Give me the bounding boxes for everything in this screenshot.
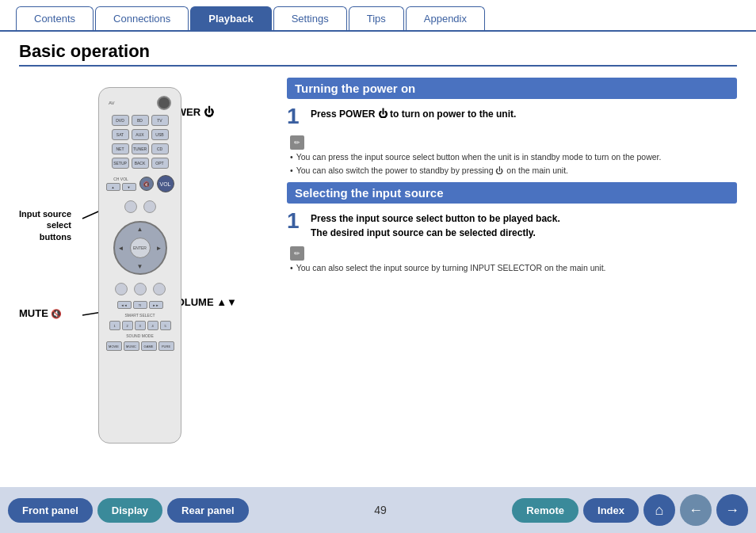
back-skip-btn2[interactable] <box>134 283 147 295</box>
sound-pure[interactable]: PURE <box>158 341 174 351</box>
mute-button[interactable]: 🔇 <box>139 177 154 191</box>
page-number: 49 <box>254 504 508 516</box>
dpad[interactable]: ▲ ▼ ◄ ► ENTER <box>113 221 167 275</box>
setup-btn[interactable]: SETUP <box>112 158 129 169</box>
instructions-area: Turning the power on 1 Press POWER ⏻ to … <box>287 78 737 444</box>
note-block-input: ✏ You can also select the input source b… <box>290 243 737 274</box>
tab-connections[interactable]: Connections <box>95 6 189 30</box>
remote-top-area: AV <box>104 94 176 112</box>
tab-appendix[interactable]: Appendix <box>406 6 485 30</box>
back-btn[interactable]: BACK <box>132 158 149 169</box>
rear-panel-button[interactable]: Rear panel <box>167 498 248 523</box>
input-btn-7[interactable]: NET <box>112 143 129 154</box>
tab-settings[interactable]: Settings <box>273 6 347 30</box>
volume-button[interactable]: VOL <box>157 175 174 192</box>
preset-2[interactable]: 2 <box>122 321 133 330</box>
preset-3[interactable]: 3 <box>135 321 146 330</box>
bottom-nav: Front panel Display Rear panel 49 Remote… <box>0 487 756 533</box>
power-note-2: You can also switch the power to standby… <box>290 165 737 177</box>
input-btn-2[interactable]: BD <box>132 115 149 126</box>
dpad-right[interactable]: ► <box>156 245 162 252</box>
step-input-1: 1 Press the input source select button t… <box>287 210 737 238</box>
remote-button[interactable]: Remote <box>512 498 578 523</box>
input-btn-9[interactable]: CD <box>151 143 169 154</box>
display-button[interactable]: Display <box>97 498 162 523</box>
tuner-center-btn[interactable]: TI <box>133 301 147 309</box>
remote-area: POWER ⏻ Input sourceselectbuttons MUTE 🔇… <box>19 78 273 444</box>
back-arrow-button[interactable]: ← <box>680 494 712 526</box>
step-power-label: Press POWER ⏻ to turn on power to the un… <box>311 105 516 120</box>
index-button[interactable]: Index <box>583 498 639 523</box>
ch-vol-btns: ▲ ▼ <box>106 183 136 191</box>
section-header-input: Selecting the input source <box>287 182 737 204</box>
tuner-down-btn[interactable]: ◄◄ <box>117 301 132 309</box>
input-btn-4[interactable]: SAT <box>112 129 129 140</box>
preset-5[interactable]: 5 <box>160 321 171 330</box>
sound-movie[interactable]: MOVIE <box>106 341 122 351</box>
sound-game[interactable]: GAME <box>141 341 157 351</box>
tab-tips[interactable]: Tips <box>349 6 404 30</box>
tab-playback[interactable]: Playback <box>190 6 271 30</box>
dpad-left[interactable]: ◄ <box>118 245 124 252</box>
step-power-num: 1 <box>287 105 304 128</box>
step-input-num: 1 <box>287 210 304 232</box>
remote-body: AV DVD BD TV SAT AUX USB NET TUNER <box>98 87 181 444</box>
main-content: Basic operation POWER ⏻ Input sourcesele… <box>0 32 756 482</box>
mute-callout-line <box>82 315 83 316</box>
dpad-down[interactable]: ▼ <box>137 263 143 270</box>
input-btn-6[interactable]: USB <box>151 129 169 140</box>
callout-mute: MUTE 🔇 <box>19 307 62 319</box>
input-btn-5[interactable]: AUX <box>132 129 149 140</box>
preset-row: 1 2 3 4 5 <box>109 321 171 330</box>
back-skip-row <box>115 281 166 297</box>
home-button[interactable]: ⌂ <box>643 494 675 526</box>
input-source-row3: NET TUNER CD <box>112 143 169 154</box>
note-block-power: ✏ You can press the input source select … <box>290 132 737 176</box>
note-icon-input: ✏ <box>290 246 304 261</box>
control-row1: SETUP BACK OPT <box>112 158 169 169</box>
power-note-1: You can press the input source select bu… <box>290 151 737 163</box>
step-input-label: Press the input source select button to … <box>311 210 560 224</box>
input-btn-8[interactable]: TUNER <box>132 143 149 154</box>
sound-music[interactable]: MUSIC <box>124 341 139 351</box>
preset-label: SMART SELECT <box>124 313 155 318</box>
step-input-sub: The desired input source can be selected… <box>311 224 560 238</box>
vol-mute-area: CH VOL ▲ ▼ 🔇 VOL <box>106 172 174 196</box>
content-area: POWER ⏻ Input sourceselectbuttons MUTE 🔇… <box>19 78 737 444</box>
back-skip-btn3[interactable] <box>153 283 166 295</box>
page-title: Basic operation <box>19 41 737 67</box>
dpad-ring[interactable]: ▲ ▼ ◄ ► ENTER <box>113 221 167 275</box>
dpad-enter[interactable]: ENTER <box>130 238 151 258</box>
input-btn-1[interactable]: DVD <box>112 115 129 126</box>
ch-vol-label: CH VOL <box>113 177 128 181</box>
ch-dn-btn[interactable]: ▼ <box>122 183 136 191</box>
sound-mode-label: SOUND MODE <box>126 333 153 338</box>
sound-mode-row: MOVIE MUSIC GAME PURE <box>106 341 174 351</box>
system-btn[interactable] <box>143 200 156 213</box>
dpad-up[interactable]: ▲ <box>137 226 143 233</box>
input-source-row2: SAT AUX USB <box>112 129 169 140</box>
tab-contents[interactable]: Contents <box>16 6 94 30</box>
remote-power-button[interactable] <box>157 96 171 110</box>
volume-controls: CH VOL ▲ ▼ <box>106 177 136 191</box>
input-callout-line <box>82 219 83 219</box>
section-header-power: Turning the power on <box>287 78 737 99</box>
tuner-row: ◄◄ TI ►► <box>117 300 163 310</box>
step-input-text-area: Press the input source select button to … <box>311 210 560 238</box>
remote-logo: AV <box>109 101 115 105</box>
info-btn[interactable] <box>124 200 137 213</box>
tuner-up-btn[interactable]: ►► <box>149 301 163 309</box>
ch-up-btn[interactable]: ▲ <box>106 183 120 191</box>
option-btn[interactable]: OPT <box>151 158 169 169</box>
forward-arrow-button[interactable]: → <box>716 494 748 526</box>
back-skip-btn1[interactable] <box>115 283 128 295</box>
input-note-1: You can also select the input source by … <box>290 262 737 274</box>
front-panel-button[interactable]: Front panel <box>8 498 93 523</box>
input-btn-3[interactable]: TV <box>151 115 169 126</box>
preset-4[interactable]: 4 <box>147 321 158 330</box>
input-source-row1: DVD BD TV <box>112 115 169 126</box>
top-nav: Contents Connections Playback Settings T… <box>0 0 756 32</box>
preset-1[interactable]: 1 <box>109 321 120 330</box>
small-circle-row <box>124 199 156 215</box>
note-icon-power: ✏ <box>290 135 304 150</box>
